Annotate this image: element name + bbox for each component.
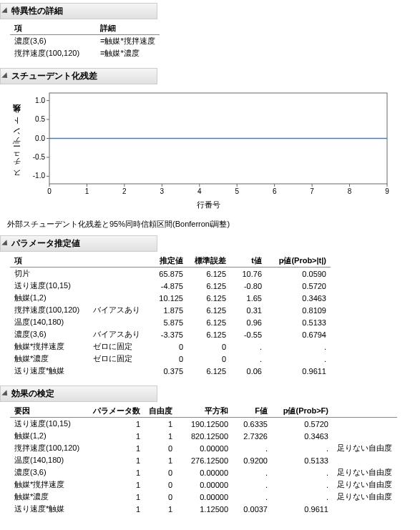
section-title: 特異性の詳細 — [11, 6, 63, 16]
cell-t: 0.06 — [230, 365, 266, 377]
cell-se: 6.125 — [187, 292, 230, 304]
cell-p: 0.5720 — [272, 418, 333, 431]
col-ss: 平方和 — [177, 405, 233, 418]
cell-factor: 触媒*撹拌速度 — [10, 479, 89, 491]
cell-item: 触媒*撹拌速度 — [10, 340, 89, 353]
table-row: 濃度(3,6)100.00000..足りない自由度 — [10, 466, 397, 479]
residual-chart: -1.0-0.50.00.51.00123456789 — [22, 87, 394, 198]
disclosure-icon — [1, 72, 9, 80]
cell-nparm: 1 — [89, 418, 145, 431]
svg-text:3: 3 — [160, 187, 165, 195]
cell-lostdf: 足りない自由度 — [333, 491, 397, 503]
cell-nparm: 1 — [89, 454, 145, 466]
col-bias — [89, 255, 145, 268]
cell-bias — [89, 316, 145, 328]
cell-df: 1 — [145, 503, 177, 515]
table-row: 触媒*撹拌速度ゼロに固定00.. — [10, 340, 331, 353]
table-row: 送り速度*触媒111.125000.00370.9611 — [10, 503, 397, 515]
cell-se: 6.125 — [187, 304, 230, 316]
svg-text:8: 8 — [348, 187, 352, 195]
cell-lostdf — [333, 503, 397, 515]
section-title: パラメータ推定値 — [11, 238, 80, 248]
col-f: F値 — [233, 405, 272, 418]
cell-p: 0.5133 — [272, 454, 333, 466]
cell-factor: 送り速度*触媒 — [10, 503, 89, 515]
table-row: 触媒*撹拌速度100.00000..足りない自由度 — [10, 479, 397, 491]
section-header-params[interactable]: パラメータ推定値 — [0, 235, 157, 252]
cell-nparm: 1 — [89, 430, 145, 442]
table-row: 濃度(3,6)=触媒*撹拌速度 — [10, 35, 160, 48]
disclosure-icon — [1, 7, 9, 15]
svg-text:-0.5: -0.5 — [33, 153, 46, 161]
cell-item: 触媒(1,2) — [10, 292, 89, 304]
cell-t: 0.96 — [230, 316, 266, 328]
cell-f: 0.9200 — [233, 454, 272, 466]
disclosure-icon — [1, 390, 9, 398]
table-row: 触媒(1,2)11820.125002.73260.3463 — [10, 430, 397, 442]
singularity-table: 項 詳細 濃度(3,6)=触媒*撹拌速度撹拌速度(100,120)=触媒*濃度 — [10, 22, 160, 59]
col-item: 項 — [10, 22, 96, 35]
disclosure-icon — [1, 240, 9, 247]
cell-p: 0.8109 — [266, 304, 331, 316]
param-table: 項 推定値 標準誤差 t値 p値(Prob>|t|) 切片65.8756.125… — [10, 255, 331, 377]
col-factor: 要因 — [10, 405, 89, 418]
cell-detail: =触媒*濃度 — [96, 47, 160, 59]
cell-t: . — [230, 353, 266, 365]
table-row: 送り速度(10,15)-4.8756.125-0.800.5720 — [10, 280, 331, 292]
cell-est: 0 — [145, 340, 187, 353]
cell-bias — [89, 280, 145, 292]
cell-f: 0.6335 — [233, 418, 272, 431]
cell-se: 0 — [187, 353, 230, 365]
cell-item: 撹拌速度(100,120) — [10, 304, 89, 316]
cell-p: . — [266, 340, 331, 353]
cell-ss: 1.12500 — [177, 503, 233, 515]
col-est: 推定値 — [145, 255, 187, 268]
cell-ss: 276.12500 — [177, 454, 233, 466]
table-row: 切片65.8756.12510.760.0590 — [10, 268, 331, 280]
cell-p: 0.5133 — [266, 316, 331, 328]
cell-item: 温度(140,180) — [10, 316, 89, 328]
cell-est: 5.875 — [145, 316, 187, 328]
cell-ss: 0.00000 — [177, 479, 233, 491]
cell-nparm: 1 — [89, 479, 145, 491]
cell-bias: ゼロに固定 — [89, 353, 145, 365]
cell-item: 濃度(3,6) — [10, 328, 89, 340]
table-row: 送り速度(10,15)11190.125000.63350.5720 — [10, 418, 397, 431]
svg-text:-1.0: -1.0 — [33, 172, 46, 180]
cell-f: 2.7326 — [233, 430, 272, 442]
cell-df: 0 — [145, 479, 177, 491]
col-p: p値(Prob>|t|) — [266, 255, 331, 268]
cell-p: . — [272, 491, 333, 503]
table-row: 送り速度*触媒0.3756.1250.060.9611 — [10, 365, 331, 377]
cell-item: 撹拌速度(100,120) — [10, 47, 96, 59]
col-nparm: パラメータ数 — [89, 405, 145, 418]
cell-p: . — [266, 353, 331, 365]
svg-text:0.0: 0.0 — [35, 134, 45, 142]
cell-p: 0.3463 — [266, 292, 331, 304]
section-header-effects[interactable]: 効果の検定 — [0, 386, 157, 402]
cell-se: 0 — [187, 340, 230, 353]
cell-ss: 190.12500 — [177, 418, 233, 431]
cell-item: 濃度(3,6) — [10, 35, 96, 48]
cell-est: -4.875 — [145, 280, 187, 292]
table-row: 触媒*濃度100.00000..足りない自由度 — [10, 491, 397, 503]
cell-p: . — [272, 479, 333, 491]
cell-p: . — [272, 442, 333, 454]
section-title: 効果の検定 — [11, 388, 54, 398]
cell-lostdf: 足りない自由度 — [333, 442, 397, 454]
section-header-singularity[interactable]: 特異性の詳細 — [0, 3, 157, 19]
residual-note: 外部スチューデント化残差と95%同時信頼区間(Bonferroni調整) — [0, 216, 420, 232]
svg-text:0.5: 0.5 — [35, 115, 45, 123]
col-t: t値 — [230, 255, 266, 268]
cell-t: -0.80 — [230, 280, 266, 292]
cell-bias — [89, 268, 145, 280]
col-p: p値(Prob>F) — [272, 405, 333, 418]
table-row: 濃度(3,6)バイアスあり-3.3756.125-0.550.6794 — [10, 328, 331, 340]
cell-se: 6.125 — [187, 365, 230, 377]
cell-df: 1 — [145, 454, 177, 466]
cell-se: 6.125 — [187, 328, 230, 340]
section-header-resid[interactable]: スチューデント化残差 — [0, 68, 157, 84]
cell-item: 送り速度*触媒 — [10, 365, 89, 377]
cell-f: 0.0037 — [233, 503, 272, 515]
cell-est: 0.375 — [145, 365, 187, 377]
